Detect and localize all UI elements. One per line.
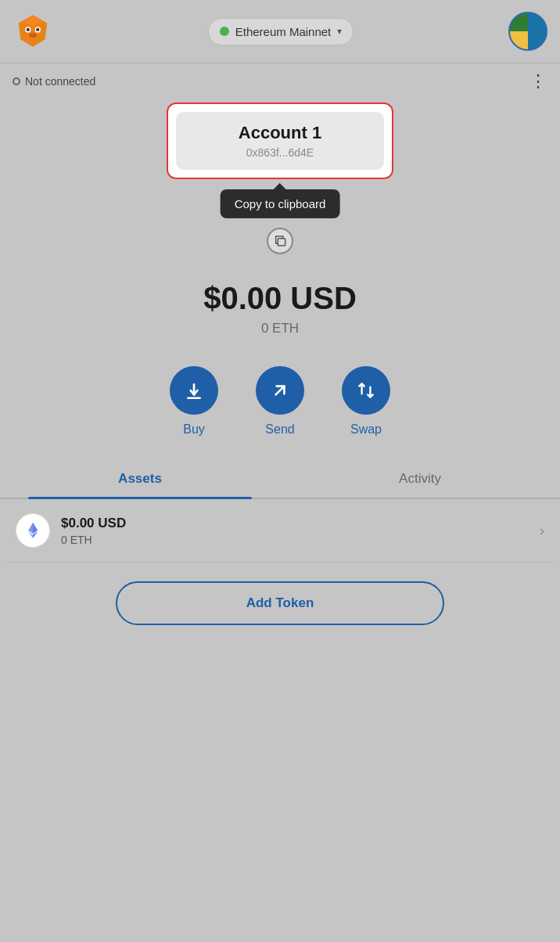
send-label: Send bbox=[265, 422, 294, 437]
account-bar: Not connected ⋮ bbox=[0, 63, 560, 99]
send-icon-circle bbox=[256, 366, 304, 415]
tabs: Assets Activity bbox=[0, 460, 560, 499]
svg-point-5 bbox=[36, 28, 39, 31]
tab-assets[interactable]: Assets bbox=[0, 460, 280, 498]
eth-asset-item[interactable]: $0.00 USD 0 ETH › bbox=[8, 499, 552, 563]
account-card[interactable]: Account 1 0x863f...6d4E bbox=[176, 112, 384, 170]
account-card-wrapper: Account 1 0x863f...6d4E Copy to clipboar… bbox=[167, 102, 393, 179]
connection-status: Not connected bbox=[13, 75, 95, 88]
more-options-button[interactable]: ⋮ bbox=[529, 71, 547, 92]
account-name: Account 1 bbox=[195, 123, 365, 143]
swap-action[interactable]: Swap bbox=[342, 366, 390, 437]
account-avatar[interactable] bbox=[508, 12, 547, 51]
copy-icon-button[interactable] bbox=[267, 228, 293, 254]
account-address: 0x863f...6d4E bbox=[195, 146, 365, 159]
svg-line-11 bbox=[276, 387, 285, 395]
not-connected-label: Not connected bbox=[25, 75, 95, 88]
action-buttons: Buy Send Swap bbox=[0, 344, 560, 452]
network-status-dot bbox=[220, 27, 229, 36]
balance-eth: 0 ETH bbox=[13, 321, 547, 336]
balance-usd: $0.00 USD bbox=[13, 281, 547, 316]
copy-icon-area bbox=[0, 228, 560, 254]
balance-section: $0.00 USD 0 ETH bbox=[0, 262, 560, 344]
buy-label: Buy bbox=[183, 422, 205, 437]
eth-icon bbox=[16, 513, 50, 548]
svg-point-7 bbox=[29, 33, 37, 38]
eth-asset-amount: 0 ETH bbox=[61, 534, 540, 546]
swap-label: Swap bbox=[350, 422, 382, 437]
asset-chevron-right-icon: › bbox=[540, 523, 544, 539]
not-connected-dot bbox=[13, 77, 20, 85]
tab-activity[interactable]: Activity bbox=[280, 460, 560, 498]
buy-action[interactable]: Buy bbox=[170, 366, 218, 437]
eth-asset-info: $0.00 USD 0 ETH bbox=[61, 516, 540, 546]
assets-list: $0.00 USD 0 ETH › bbox=[0, 499, 560, 563]
network-label: Ethereum Mainnet bbox=[235, 25, 332, 38]
buy-icon-circle bbox=[170, 366, 218, 415]
chevron-down-icon: ▾ bbox=[337, 26, 342, 37]
swap-icon-circle bbox=[342, 366, 390, 415]
header: Ethereum Mainnet ▾ bbox=[0, 0, 560, 63]
copy-to-clipboard-tooltip[interactable]: Copy to clipboard bbox=[221, 189, 340, 218]
account-tooltip-area: Account 1 0x863f...6d4E Copy to clipboar… bbox=[0, 102, 560, 179]
svg-rect-8 bbox=[278, 239, 285, 246]
eth-asset-usd: $0.00 USD bbox=[61, 516, 540, 531]
add-token-section: Add Token bbox=[0, 563, 560, 644]
svg-point-4 bbox=[27, 28, 30, 31]
send-action[interactable]: Send bbox=[256, 366, 304, 437]
add-token-button[interactable]: Add Token bbox=[116, 581, 444, 625]
svg-marker-13 bbox=[33, 523, 38, 534]
metamask-logo bbox=[13, 11, 53, 52]
network-selector[interactable]: Ethereum Mainnet ▾ bbox=[208, 18, 354, 45]
